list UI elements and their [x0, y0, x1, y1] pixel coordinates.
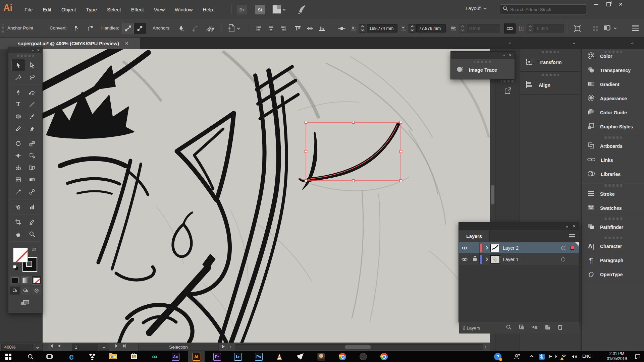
panel-button-character[interactable]: A| Character: [582, 239, 644, 253]
chrome-icon[interactable]: [338, 352, 347, 361]
expand-panel-icon[interactable]: »: [503, 53, 505, 58]
close-panel-icon[interactable]: ×: [573, 224, 576, 228]
start-button[interactable]: [4, 352, 13, 361]
layers-tab[interactable]: Layers: [459, 230, 490, 242]
menu-effect[interactable]: Effect: [126, 0, 149, 19]
gradient-fill-button[interactable]: [21, 276, 31, 285]
language-indicator[interactable]: ENG: [582, 354, 591, 359]
tray-expand-icon[interactable]: [527, 352, 536, 361]
edge-icon[interactable]: e: [67, 352, 76, 361]
h-value-field[interactable]: 0 mm: [534, 24, 564, 33]
dock2-collapse-icon[interactable]: «: [573, 41, 575, 46]
vlc-icon[interactable]: [275, 352, 284, 361]
panel-button-graphic-styles[interactable]: Graphic Styles: [582, 120, 644, 134]
loop-app-icon[interactable]: ∞: [150, 352, 159, 361]
y-stepper[interactable]: [409, 24, 416, 33]
layer-thumbnail[interactable]: [490, 255, 500, 263]
stock-search-box[interactable]: [500, 4, 586, 14]
user-photo-icon[interactable]: [317, 352, 325, 361]
expand-layer-icon[interactable]: [482, 242, 490, 254]
w-value-field[interactable]: 0 mm: [467, 24, 500, 33]
panel-button-gradient[interactable]: Gradient: [582, 77, 644, 92]
menu-view[interactable]: View: [149, 0, 170, 19]
tool-ellipse[interactable]: [11, 110, 25, 122]
new-sublayer-icon[interactable]: [531, 324, 538, 331]
draw-inside-button[interactable]: [32, 287, 41, 295]
panel-button-links[interactable]: Links: [582, 153, 644, 167]
lock-toggle[interactable]: [470, 254, 480, 265]
shape-mode-button[interactable]: [603, 23, 616, 32]
workspace-switcher[interactable]: Layout: [466, 5, 486, 11]
align-panel-button[interactable]: Align: [520, 77, 580, 94]
layer-thumbnail[interactable]: [490, 244, 500, 252]
distribute-button[interactable]: [336, 23, 347, 34]
tool-paintbrush[interactable]: [25, 110, 39, 122]
after-effects-icon[interactable]: Ae: [171, 352, 180, 361]
document-setup-button[interactable]: [227, 23, 239, 33]
panel-button-opentype[interactable]: O OpenType: [582, 267, 644, 282]
align-right-button[interactable]: [278, 23, 288, 34]
panel-menu-icon[interactable]: [569, 234, 575, 238]
canvas-artwork[interactable]: [43, 49, 490, 343]
tool-eyedropper[interactable]: [11, 186, 25, 198]
cut-path-button[interactable]: [204, 23, 216, 34]
bridge-button[interactable]: Br: [237, 5, 247, 14]
scroll-left-icon[interactable]: ‹: [229, 344, 230, 349]
align-bottom-button[interactable]: [317, 23, 327, 34]
search-input[interactable]: [510, 7, 577, 12]
dock3-collapse-icon[interactable]: «: [631, 41, 633, 46]
task-view-icon[interactable]: [45, 352, 54, 361]
close-button[interactable]: ×: [619, 2, 623, 6]
hide-handles-button[interactable]: [134, 23, 146, 34]
next-artboard-button[interactable]: [115, 344, 118, 348]
tool-artboard[interactable]: [11, 216, 25, 228]
tool-direct-selection[interactable]: [25, 59, 39, 71]
layer-row-2[interactable]: Layer 2: [459, 242, 579, 254]
menu-select[interactable]: Select: [102, 0, 126, 19]
image-trace-button[interactable]: Image Trace: [451, 63, 515, 75]
visibility-toggle[interactable]: [459, 242, 470, 254]
swap-fill-stroke-icon[interactable]: ⇄: [32, 246, 36, 252]
bluetooth-icon[interactable]: [537, 352, 546, 361]
tool-lasso[interactable]: [25, 71, 39, 83]
convert-to-smooth-button[interactable]: [85, 23, 95, 34]
v-scroll-thumb[interactable]: [491, 185, 494, 204]
zoom-level-field[interactable]: 400%: [1, 344, 32, 351]
canvas-area[interactable]: [43, 49, 490, 343]
menu-file[interactable]: File: [19, 0, 38, 19]
menu-window[interactable]: Window: [170, 0, 198, 19]
connect-anchors-button[interactable]: [190, 23, 201, 34]
dock1-collapse-icon[interactable]: «: [508, 41, 511, 46]
stock-button[interactable]: St: [255, 5, 265, 14]
panel-button-libraries[interactable]: Libraries: [582, 167, 644, 181]
arrange-documents-button[interactable]: [272, 5, 285, 14]
tool-slice[interactable]: [25, 216, 39, 228]
remove-anchor-button[interactable]: [175, 23, 187, 34]
menu-object[interactable]: Object: [56, 0, 81, 19]
scroll-right-icon[interactable]: ›: [485, 344, 486, 349]
artboard-dropdown-button[interactable]: [99, 344, 109, 351]
people-icon[interactable]: [513, 352, 521, 361]
menu-type[interactable]: Type: [81, 0, 102, 19]
tool-hand[interactable]: [11, 228, 25, 240]
help-icon[interactable]: ?: [493, 352, 502, 361]
x-value-field[interactable]: 169.774 mm: [367, 24, 397, 33]
align-v-center-button[interactable]: [305, 23, 315, 34]
close-panel-icon[interactable]: ×: [509, 53, 512, 57]
tool-zoom[interactable]: [25, 228, 39, 240]
default-fill-stroke-icon[interactable]: [13, 265, 18, 270]
color-fill-button[interactable]: [10, 276, 20, 285]
minimize-button[interactable]: [594, 4, 598, 5]
tool-curvature[interactable]: [25, 86, 39, 98]
selection-indicator[interactable]: [571, 246, 574, 250]
restore-button[interactable]: [606, 2, 611, 6]
collapse-panel-icon[interactable]: «: [32, 48, 34, 52]
transform-panel-button[interactable]: Transform: [520, 54, 580, 71]
clock[interactable]: 2:01 PM 01/05/2019: [601, 351, 632, 361]
tool-mesh[interactable]: [11, 174, 25, 186]
file-explorer-icon[interactable]: [109, 352, 117, 361]
show-handles-button[interactable]: [122, 23, 134, 34]
align-top-button[interactable]: [292, 23, 303, 34]
transform-options-button[interactable]: [572, 23, 583, 34]
convert-to-corner-button[interactable]: [71, 23, 82, 34]
